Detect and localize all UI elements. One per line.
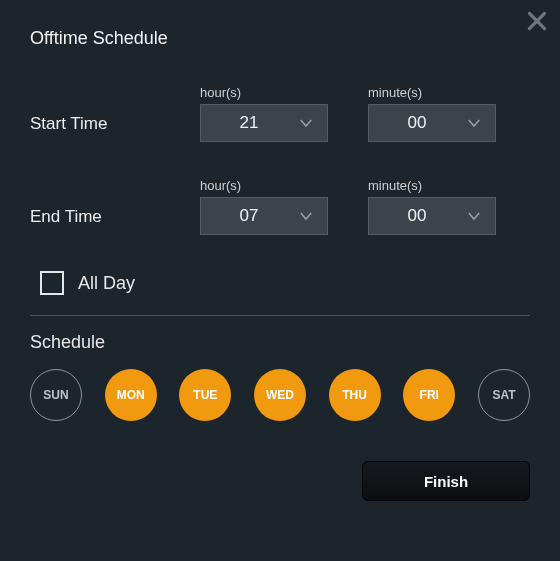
day-label: TUE: [193, 388, 217, 402]
end-hour-value: 07: [201, 206, 297, 226]
all-day-label: All Day: [78, 273, 135, 294]
dialog-footer: Finish: [30, 461, 530, 501]
day-sun[interactable]: SUN: [30, 369, 82, 421]
start-hour-label: hour(s): [200, 85, 328, 100]
start-minute-label: minute(s): [368, 85, 496, 100]
end-minute-select[interactable]: 00: [368, 197, 496, 235]
day-sat[interactable]: SAT: [478, 369, 530, 421]
day-fri[interactable]: FRI: [403, 369, 455, 421]
finish-button-label: Finish: [424, 473, 468, 490]
end-hour-field: hour(s) 07: [200, 178, 328, 235]
start-minute-field: minute(s) 00: [368, 85, 496, 142]
end-minute-value: 00: [369, 206, 465, 226]
day-thu[interactable]: THU: [329, 369, 381, 421]
finish-button[interactable]: Finish: [362, 461, 530, 501]
end-minute-label: minute(s): [368, 178, 496, 193]
end-minute-field: minute(s) 00: [368, 178, 496, 235]
end-time-label: End Time: [30, 207, 200, 235]
chevron-down-icon: [297, 114, 315, 132]
offtime-dialog: Offtime Schedule Start Time hour(s) 21 m…: [0, 0, 560, 561]
start-minute-select[interactable]: 00: [368, 104, 496, 142]
day-label: SUN: [43, 388, 68, 402]
chevron-down-icon: [297, 207, 315, 225]
day-selector: SUN MON TUE WED THU FRI SAT: [30, 369, 530, 421]
start-hour-field: hour(s) 21: [200, 85, 328, 142]
start-time-row: Start Time hour(s) 21 minute(s) 00: [30, 85, 530, 142]
divider: [30, 315, 530, 316]
chevron-down-icon: [465, 207, 483, 225]
day-label: WED: [266, 388, 294, 402]
end-hour-select[interactable]: 07: [200, 197, 328, 235]
day-tue[interactable]: TUE: [179, 369, 231, 421]
day-wed[interactable]: WED: [254, 369, 306, 421]
start-hour-value: 21: [201, 113, 297, 133]
all-day-row: All Day: [40, 271, 530, 295]
end-hour-label: hour(s): [200, 178, 328, 193]
day-label: SAT: [492, 388, 515, 402]
all-day-checkbox[interactable]: [40, 271, 64, 295]
dialog-title: Offtime Schedule: [30, 28, 530, 49]
start-time-label: Start Time: [30, 114, 200, 142]
day-label: MON: [117, 388, 145, 402]
start-minute-value: 00: [369, 113, 465, 133]
day-label: THU: [342, 388, 367, 402]
end-time-row: End Time hour(s) 07 minute(s) 00: [30, 178, 530, 235]
start-hour-select[interactable]: 21: [200, 104, 328, 142]
close-icon[interactable]: [524, 8, 550, 34]
schedule-label: Schedule: [30, 332, 530, 353]
day-label: FRI: [420, 388, 439, 402]
day-mon[interactable]: MON: [105, 369, 157, 421]
chevron-down-icon: [465, 114, 483, 132]
